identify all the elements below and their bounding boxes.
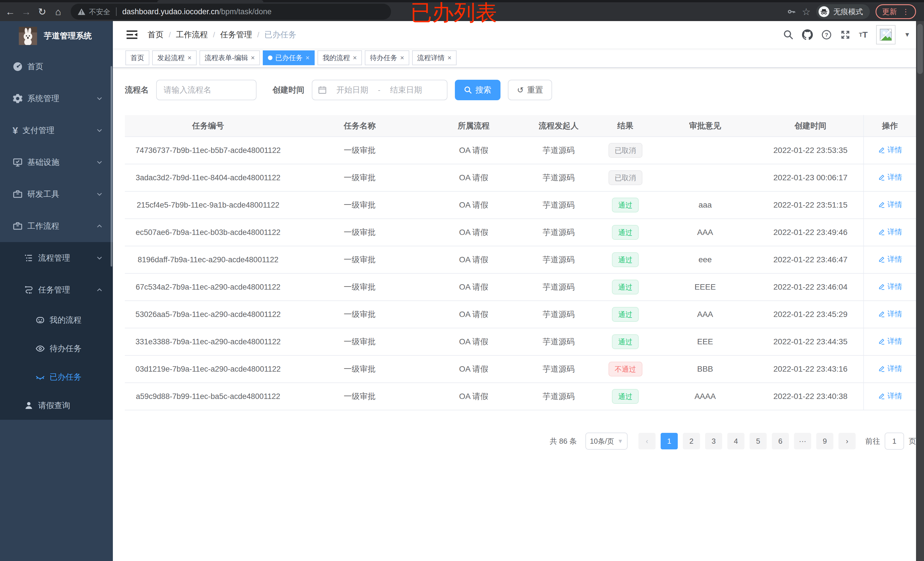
page-button-3[interactable]: 3	[705, 433, 722, 449]
page-button-4[interactable]: 4	[728, 433, 744, 449]
close-icon[interactable]: ×	[251, 54, 255, 62]
sidebar-item-label: 研发工具	[27, 189, 59, 200]
next-page-button[interactable]: ›	[838, 433, 856, 449]
browser-home-button[interactable]: ⌂	[50, 4, 66, 19]
sidebar-item-label: 工作流程	[27, 221, 59, 232]
tab-todo-tasks[interactable]: 待办任务×	[365, 51, 409, 65]
detail-link[interactable]: 详情	[878, 336, 902, 346]
table-row: 74736737-7b9b-11ec-b5b7-acde48001122一级审批…	[125, 137, 916, 164]
reset-button[interactable]: ↺ 重置	[508, 80, 552, 100]
avatar-dropdown-caret-icon[interactable]: ▼	[904, 31, 910, 39]
gear-icon	[12, 93, 23, 104]
page-ellipsis[interactable]: ···	[794, 433, 811, 449]
refresh-icon: ↺	[517, 85, 524, 95]
sidebar-item-todo-tasks[interactable]: 待办任务	[0, 334, 113, 363]
close-icon[interactable]: ×	[400, 54, 404, 62]
close-icon[interactable]: ×	[353, 54, 357, 62]
detail-link[interactable]: 详情	[878, 364, 902, 374]
sidebar-item-task-management[interactable]: 任务管理	[0, 274, 113, 306]
goto-page-input[interactable]	[885, 432, 904, 450]
sidebar-item-system[interactable]: 系统管理	[0, 82, 113, 114]
col-result: 结果	[598, 115, 652, 137]
main-area: 首页 / 工作流程 / 任务管理 / 已办任务 ?	[113, 21, 924, 561]
edit-pen-icon	[878, 174, 885, 181]
edit-pen-icon	[878, 283, 885, 290]
search-button[interactable]: 搜索	[455, 80, 501, 100]
sidebar-item-home[interactable]: 首页	[0, 51, 113, 82]
end-date-input[interactable]	[384, 85, 428, 94]
page-button-9[interactable]: 9	[816, 433, 833, 449]
col-action: 操作	[864, 115, 916, 137]
breadcrumb-workflow[interactable]: 工作流程	[176, 29, 208, 40]
detail-link[interactable]: 详情	[878, 227, 902, 237]
browser-menu-kebab-icon[interactable]: ⋮	[902, 7, 909, 16]
detail-link[interactable]: 详情	[878, 200, 902, 209]
edit-pen-icon	[878, 147, 885, 154]
sidebar-item-done-tasks[interactable]: 已办任务	[0, 363, 113, 391]
page-button-2[interactable]: 2	[683, 433, 700, 449]
close-icon[interactable]: ×	[306, 54, 309, 62]
fullscreen-icon[interactable]	[840, 30, 850, 40]
sidebar-item-label: 我的流程	[50, 315, 81, 326]
detail-link[interactable]: 详情	[878, 282, 902, 292]
tab-start-process[interactable]: 发起流程×	[152, 51, 196, 65]
sidebar-item-dev-tools[interactable]: 研发工具	[0, 178, 113, 210]
browser-back-button[interactable]: ←	[2, 4, 18, 19]
prev-page-button[interactable]: ‹	[638, 433, 656, 449]
sidebar-item-label: 待办任务	[50, 343, 81, 354]
sidebar-collapse-icon[interactable]	[126, 30, 137, 40]
detail-link[interactable]: 详情	[878, 309, 902, 319]
bookmark-star-icon[interactable]: ☆	[802, 6, 811, 17]
start-date-input[interactable]	[330, 85, 375, 94]
table-row: 3adac3d2-7b9d-11ec-8404-acde48001122一级审批…	[125, 164, 916, 191]
sidebar-item-label: 请假查询	[38, 400, 70, 411]
tab-done-tasks[interactable]: 已办任务×	[263, 51, 315, 65]
sidebar-item-workflow[interactable]: 工作流程	[0, 210, 113, 242]
avatar[interactable]	[876, 25, 896, 45]
security-label: 不安全	[89, 7, 110, 16]
sidebar-item-leave-query[interactable]: 请假查询	[0, 391, 113, 420]
tab-home[interactable]: 首页	[125, 51, 149, 65]
sidebar-item-infrastructure[interactable]: 基础设施	[0, 147, 113, 178]
page-button-5[interactable]: 5	[750, 433, 766, 449]
browser-reload-button[interactable]: ↻	[34, 4, 50, 19]
help-icon[interactable]: ?	[821, 30, 832, 40]
github-icon[interactable]	[802, 29, 813, 40]
sidebar-scrollbar-thumb[interactable]	[111, 66, 112, 266]
tab-form-edit[interactable]: 流程表单-编辑×	[200, 51, 260, 65]
sidebar-item-payment[interactable]: ¥ 支付管理	[0, 114, 113, 147]
url-divider	[116, 7, 117, 16]
breadcrumb-task-management[interactable]: 任务管理	[220, 29, 252, 40]
search-icon[interactable]	[783, 30, 794, 40]
incognito-badge: 无痕模式	[816, 4, 870, 19]
tab-my-process[interactable]: 我的流程×	[318, 51, 362, 65]
list-tree-icon	[24, 253, 34, 263]
window-scrollbar-thumb[interactable]	[917, 24, 923, 74]
page-button-6[interactable]: 6	[772, 433, 789, 449]
tab-process-detail[interactable]: 流程详情×	[412, 51, 457, 65]
page-button-1[interactable]: 1	[661, 433, 678, 449]
process-name-input[interactable]	[156, 80, 256, 100]
sidebar-logo-row[interactable]: 芋道管理系统	[0, 21, 113, 51]
browser-forward-button[interactable]: →	[18, 4, 34, 19]
close-icon[interactable]: ×	[188, 54, 192, 62]
close-icon[interactable]: ×	[447, 54, 452, 62]
detail-link[interactable]: 详情	[878, 145, 902, 155]
breadcrumb-home[interactable]: 首页	[148, 29, 164, 40]
chevron-down-icon	[96, 127, 103, 133]
font-size-icon[interactable]: TT	[859, 30, 868, 39]
sidebar-item-process-management[interactable]: 流程管理	[0, 242, 113, 274]
window-scrollbar[interactable]	[916, 21, 924, 561]
sidebar-item-my-process[interactable]: 我的流程	[0, 306, 113, 334]
password-key-icon[interactable]	[787, 7, 796, 16]
edit-pen-icon	[878, 310, 885, 318]
status-badge: 通过	[612, 225, 639, 240]
detail-link[interactable]: 详情	[878, 391, 902, 401]
page-size-select[interactable]: 10条/页▼	[585, 432, 628, 450]
browser-update-button[interactable]: 更新 ⋮	[876, 4, 916, 19]
address-bar[interactable]: 不安全 dashboard.yudao.iocoder.cn/bpm/task/…	[70, 4, 391, 19]
detail-link[interactable]: 详情	[878, 172, 902, 182]
detail-link[interactable]: 详情	[878, 254, 902, 264]
incognito-label: 无痕模式	[833, 7, 863, 17]
date-range-picker[interactable]: -	[312, 80, 447, 100]
